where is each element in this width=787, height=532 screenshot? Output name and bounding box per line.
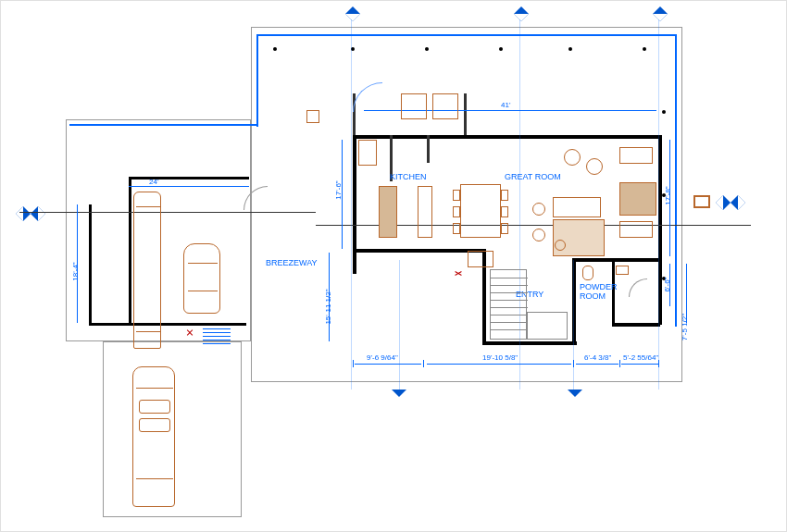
elevation-marker-icon (653, 6, 668, 21)
section-line (19, 212, 316, 213)
dim-tick (353, 360, 354, 367)
svg-marker-17 (716, 195, 723, 210)
svg-marker-5 (514, 14, 529, 21)
grid-marker-icon (499, 47, 503, 51)
svg-marker-15 (38, 206, 45, 221)
armchair-icon (564, 149, 581, 166)
dining-chair-icon (453, 206, 460, 217)
floor-plan-canvas[interactable]: 41' 17'-6" 17'-8" 6'-6" 7'-5 1/2" 15'-11… (0, 0, 787, 532)
room-label-kitchen: KITCHEN (390, 172, 427, 181)
room-label-breezeway: BREEZEWAY (266, 258, 318, 267)
dim-line (427, 364, 571, 365)
sink-icon (616, 266, 629, 275)
side-chair-icon (532, 203, 545, 216)
grid-marker-icon (643, 47, 646, 51)
elevation-marker-icon (31, 206, 45, 221)
dim-label: 19'-10 5/8" (482, 353, 518, 362)
dining-chair-icon (501, 206, 508, 217)
threshold-icon (203, 343, 231, 344)
stair-landing-icon (527, 312, 568, 340)
dining-chair-icon (453, 223, 460, 234)
grid-marker-icon (425, 47, 429, 51)
sink-icon (432, 93, 458, 119)
range-icon (401, 93, 427, 119)
dim-line (621, 364, 658, 365)
dim-label: 17'-6" (334, 180, 343, 199)
sofa-icon (553, 197, 601, 217)
grid-marker-icon (568, 47, 572, 51)
svg-marker-11 (568, 390, 582, 397)
section-line (658, 19, 659, 390)
rv-vehicle-icon (133, 192, 161, 349)
dim-tick (423, 360, 424, 367)
wall-segment (353, 135, 356, 274)
tv-unit-icon (619, 221, 653, 238)
dim-label: 7'-5 1/2" (681, 314, 689, 340)
elevation-marker-icon (568, 382, 582, 397)
dim-label: 18'-4" (71, 262, 80, 280)
wall-segment (572, 258, 660, 262)
elevation-marker-icon (345, 6, 360, 21)
dining-chair-icon (453, 190, 460, 201)
wall-segment (89, 204, 92, 325)
dining-table (460, 184, 501, 238)
dim-label: 17'-8" (664, 186, 672, 204)
van-vehicle-icon (132, 366, 175, 507)
perimeter-line (69, 124, 258, 126)
dim-line (576, 364, 618, 365)
lamp-icon (555, 240, 566, 251)
tv-unit-icon (619, 147, 653, 164)
grid-marker-icon (662, 110, 666, 114)
svg-marker-13 (16, 206, 23, 221)
toilet-icon (582, 266, 593, 280)
elevation-marker-icon (716, 195, 731, 210)
perimeter-line (256, 34, 677, 36)
wall-segment (482, 341, 577, 345)
svg-marker-19 (738, 195, 745, 210)
section-line (573, 260, 574, 390)
dim-label: 9'-6 9/64" (367, 353, 398, 362)
perimeter-line (256, 34, 258, 127)
console-table-icon (468, 251, 493, 267)
dim-tick (658, 360, 659, 367)
wall-segment (427, 135, 430, 163)
side-chair-icon (532, 229, 545, 241)
wall-segment (89, 323, 246, 326)
svg-marker-9 (392, 390, 406, 397)
dim-label: 6'-6" (663, 278, 671, 292)
elevation-marker-icon (514, 6, 529, 21)
threshold-icon (203, 340, 231, 340)
dim-tick (573, 360, 574, 367)
dim-label: 15'-11 1/2" (324, 289, 332, 324)
counter-island (379, 186, 397, 238)
stair-icon (490, 269, 527, 340)
dim-label: 5'-2 55/64" (623, 353, 658, 362)
wall-segment (129, 177, 131, 323)
elevation-marker-icon (731, 195, 745, 210)
room-label-great-room: GREAT ROOM (505, 172, 561, 181)
wall-segment (464, 93, 467, 135)
svg-marker-3 (345, 14, 360, 21)
armchair-icon (586, 158, 603, 175)
dim-tick (619, 360, 620, 367)
fridge-icon (358, 140, 377, 166)
section-line (351, 19, 352, 390)
wall-segment (129, 177, 249, 179)
dim-label: 41' (501, 101, 510, 109)
window-icon (693, 195, 710, 208)
wall-segment (353, 249, 482, 253)
dim-line (129, 186, 249, 187)
dim-label: 24' (149, 178, 158, 186)
counter-island (418, 186, 432, 238)
svg-marker-7 (653, 14, 668, 21)
threshold-icon (203, 328, 231, 329)
room-label-powder-room: POWDER ROOM (580, 283, 618, 302)
dining-chair-icon (501, 223, 508, 234)
threshold-icon (203, 332, 231, 333)
car-vehicle-icon (183, 243, 220, 314)
wall-segment (612, 323, 660, 327)
threshold-icon (203, 336, 231, 337)
dim-label: 6'-4 3/8" (584, 353, 611, 362)
perimeter-line (675, 34, 677, 327)
elevation-marker-icon (16, 206, 31, 221)
